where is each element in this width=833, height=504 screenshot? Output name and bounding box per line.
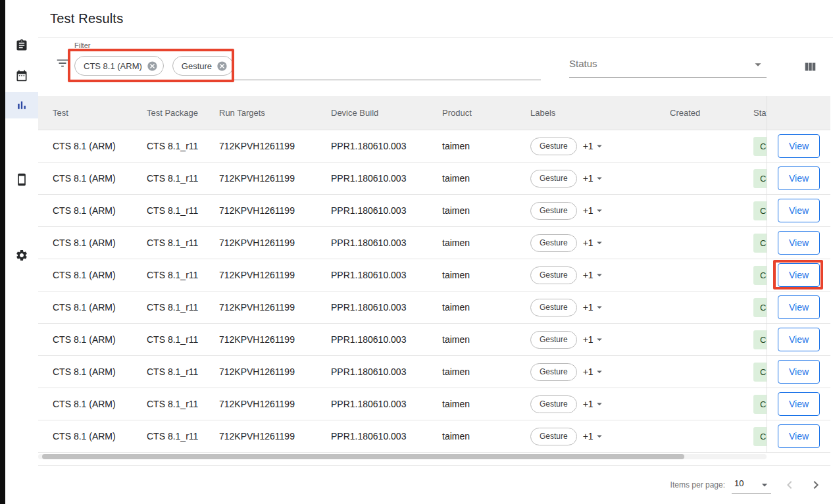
labels-more-dropdown[interactable]: +1	[583, 398, 605, 410]
cell-test-package: CTS 8.1_r11	[132, 205, 205, 216]
view-button[interactable]: View	[778, 392, 820, 416]
cell-test-package: CTS 8.1_r11	[132, 431, 205, 441]
results-table: Test Test Package Run Targets Device Bui…	[38, 96, 767, 453]
table-row: CTS 8.1 (ARM) CTS 8.1_r11 712KPVH1261199…	[38, 163, 767, 195]
cell-test: CTS 8.1 (ARM)	[38, 270, 132, 280]
labels-more-dropdown[interactable]: +1	[583, 301, 605, 313]
filter-chip-label: CTS 8.1 (ARM)	[84, 61, 142, 71]
label-chip[interactable]: Gesture	[530, 428, 577, 445]
filter-chip[interactable]: Gesture	[172, 56, 234, 76]
table-action-row: View	[767, 259, 830, 291]
label-chip[interactable]: Gesture	[530, 395, 577, 413]
cell-status: Completed	[739, 201, 767, 220]
label-chip[interactable]: Gesture	[530, 266, 577, 284]
table-row: CTS 8.1 (ARM) CTS 8.1_r11 712KPVH1261199…	[38, 356, 767, 388]
cell-run-targets: 712KPVH1261199	[205, 173, 316, 184]
chevron-down-icon	[593, 301, 605, 313]
cell-run-targets: 712KPVH1261199	[205, 270, 316, 280]
table-header-row: Test Test Package Run Targets Device Bui…	[38, 96, 767, 130]
cell-run-targets: 712KPVH1261199	[205, 141, 316, 151]
cell-run-targets: 712KPVH1261199	[205, 302, 316, 313]
gear-icon	[15, 249, 28, 262]
labels-more-dropdown[interactable]: +1	[583, 205, 605, 216]
chevron-down-icon	[593, 334, 605, 345]
sidebar-item-test-runs[interactable]	[5, 32, 38, 59]
label-chip[interactable]: Gesture	[530, 299, 577, 316]
sidebar-item-test-plans[interactable]	[5, 63, 38, 89]
previous-page-button[interactable]	[776, 472, 803, 498]
label-chip[interactable]: Gesture	[530, 170, 577, 188]
table-row: CTS 8.1 (ARM) CTS 8.1_r11 712KPVH1261199…	[38, 195, 767, 227]
view-button[interactable]: View	[778, 231, 820, 255]
sidebar-item-devices[interactable]	[5, 166, 38, 193]
cell-status: Completed	[739, 234, 767, 253]
status-select-placeholder: Status	[569, 58, 597, 69]
column-header-created: Created	[655, 108, 739, 118]
table-row: CTS 8.1 (ARM) CTS 8.1_r11 712KPVH1261199…	[38, 291, 767, 324]
bar-chart-icon	[15, 99, 28, 112]
labels-more-dropdown[interactable]: +1	[583, 366, 605, 378]
filter-bar: Filter CTS 8.1 (ARM) Gesture Status	[38, 38, 833, 96]
labels-more-dropdown[interactable]: +1	[583, 140, 605, 152]
cell-device-build: PPR1.180610.003	[316, 399, 428, 409]
chevron-down-icon	[593, 237, 605, 249]
cell-device-build: PPR1.180610.003	[316, 173, 428, 184]
sidebar-item-settings[interactable]	[5, 242, 38, 268]
cell-labels: Gesture +1	[516, 266, 655, 284]
label-chip[interactable]: Gesture	[530, 234, 577, 252]
status-badge: Completed	[753, 234, 767, 253]
labels-more-dropdown[interactable]: +1	[583, 430, 605, 442]
label-chip[interactable]: Gesture	[530, 331, 577, 349]
table-action-row: View	[767, 195, 830, 227]
filter-input[interactable]: Filter CTS 8.1 (ARM) Gesture	[71, 41, 541, 80]
view-button[interactable]: View	[778, 360, 820, 384]
filter-button[interactable]	[55, 56, 70, 70]
cell-test-package: CTS 8.1_r11	[132, 334, 205, 345]
filter-chip[interactable]: CTS 8.1 (ARM)	[74, 56, 164, 76]
cell-status: Completed	[739, 330, 767, 349]
chevron-right-icon	[808, 477, 824, 493]
view-button[interactable]: View	[778, 328, 820, 351]
labels-more-dropdown[interactable]: +1	[583, 172, 605, 184]
labels-more-dropdown[interactable]: +1	[583, 237, 605, 249]
cell-run-targets: 712KPVH1261199	[205, 205, 316, 216]
filter-chips: CTS 8.1 (ARM) Gesture	[74, 56, 234, 76]
cell-test-package: CTS 8.1_r11	[132, 366, 205, 377]
view-button[interactable]: View	[778, 424, 820, 448]
labels-more-count: +1	[583, 334, 593, 345]
view-button[interactable]: View	[778, 134, 820, 158]
table-action-row: View	[767, 356, 830, 388]
status-select[interactable]: Status	[569, 46, 767, 78]
labels-more-count: +1	[583, 366, 593, 377]
label-chip[interactable]: Gesture	[530, 363, 577, 381]
labels-more-dropdown[interactable]: +1	[583, 334, 605, 345]
view-button[interactable]: View	[778, 166, 820, 190]
next-page-button[interactable]	[803, 472, 829, 498]
sidebar-item-test-results[interactable]	[5, 92, 38, 118]
view-button[interactable]: View	[778, 295, 820, 319]
cell-product: taimen	[428, 238, 516, 248]
chevron-down-icon	[593, 430, 605, 442]
cell-run-targets: 712KPVH1261199	[205, 334, 316, 345]
label-chip[interactable]: Gesture	[530, 138, 577, 155]
column-header-status: Status	[739, 108, 767, 118]
labels-more-dropdown[interactable]: +1	[583, 269, 605, 281]
status-badge: Completed	[753, 427, 767, 446]
cell-run-targets: 712KPVH1261199	[205, 431, 316, 441]
page-size-select[interactable]: 10	[732, 476, 771, 494]
cell-product: taimen	[428, 205, 516, 216]
column-settings-button[interactable]	[803, 60, 817, 74]
horizontal-scrollbar-thumb[interactable]	[42, 454, 684, 459]
labels-more-count: +1	[583, 270, 593, 280]
cell-labels: Gesture +1	[516, 234, 655, 252]
label-chip[interactable]: Gesture	[530, 202, 577, 220]
table-action-row: View	[767, 163, 830, 195]
cell-status: Completed	[739, 266, 767, 285]
labels-more-count: +1	[583, 173, 593, 184]
view-button[interactable]: View	[778, 199, 820, 222]
chip-remove-icon[interactable]	[216, 61, 228, 72]
chip-remove-icon[interactable]	[147, 61, 158, 72]
column-header-run-targets: Run Targets	[205, 108, 316, 118]
labels-more-count: +1	[583, 141, 593, 151]
view-button[interactable]: View	[778, 263, 820, 287]
